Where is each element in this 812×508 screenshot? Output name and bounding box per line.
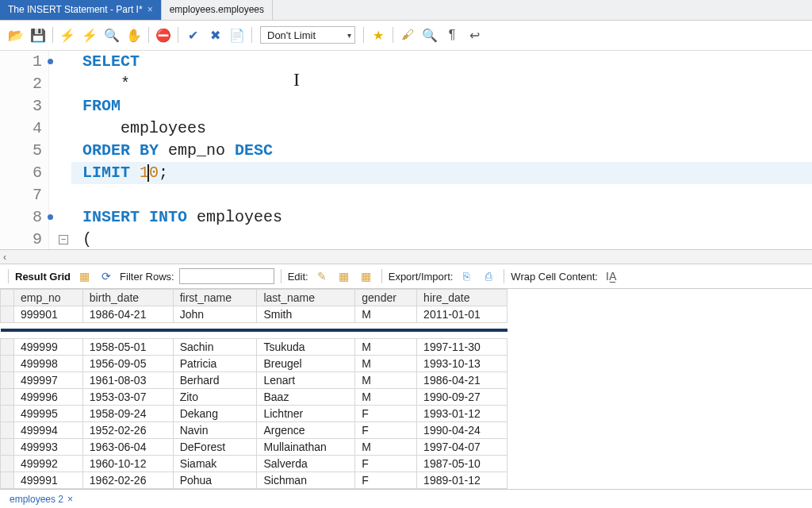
cell[interactable]: 1987-05-10 — [417, 456, 508, 472]
close-icon[interactable]: × — [147, 4, 153, 15]
column-header[interactable]: emp_no — [14, 290, 83, 306]
code-line[interactable]: employees — [82, 117, 812, 140]
code-line[interactable]: * — [82, 73, 812, 95]
cell[interactable]: 1997-11-30 — [417, 339, 508, 356]
row-header[interactable] — [1, 339, 14, 356]
cell[interactable]: F — [355, 422, 417, 439]
cell[interactable]: M — [355, 356, 417, 372]
cell[interactable]: 1953-03-07 — [82, 389, 173, 406]
cell[interactable]: 1956-09-05 — [82, 356, 173, 372]
cell[interactable]: 499994 — [14, 422, 83, 439]
cell[interactable]: F — [355, 472, 417, 489]
export-icon[interactable]: ⎘ — [458, 267, 475, 285]
wrap-icon[interactable]: ↩ — [465, 25, 484, 44]
column-header[interactable]: last_name — [257, 290, 355, 306]
result-tab[interactable]: employees 2 × — [3, 492, 79, 506]
cell[interactable]: 1997-04-07 — [417, 439, 508, 456]
code-line[interactable]: ORDER BY emp_no DESC — [82, 140, 812, 162]
row-header[interactable] — [1, 406, 14, 422]
row-header[interactable] — [1, 356, 14, 372]
beautify-icon[interactable]: 🖌 — [398, 25, 417, 44]
cell[interactable]: 1990-04-24 — [417, 422, 508, 439]
row-limit-select[interactable]: Don't Limit ▾ — [260, 26, 355, 44]
delete-row-icon[interactable]: ▦ — [358, 267, 375, 285]
cell[interactable]: 999901 — [14, 306, 83, 323]
save-file-icon[interactable]: 💾 — [29, 25, 48, 44]
document-tab[interactable]: employees.employees — [162, 0, 273, 20]
toggle-autocommit-icon[interactable]: ⛔ — [154, 25, 173, 44]
table-row[interactable]: 4999961953-03-07ZitoBaazM1990-09-27 — [1, 389, 508, 406]
filter-rows-input[interactable] — [179, 268, 274, 284]
cell[interactable]: M — [355, 389, 417, 406]
cell[interactable]: F — [355, 406, 417, 422]
cell[interactable]: 499999 — [14, 339, 83, 356]
column-header[interactable]: first_name — [173, 290, 257, 306]
document-tab[interactable]: The INSERT Statement - Part I*× — [0, 0, 162, 20]
refresh-icon[interactable]: ⟳ — [98, 267, 115, 285]
cell[interactable]: M — [355, 439, 417, 456]
close-icon[interactable]: × — [67, 494, 73, 505]
table-row[interactable]: 4999921960-10-12SiamakSalverdaF1987-05-1… — [1, 456, 508, 472]
table-row[interactable]: 9999011986-04-21JohnSmithM2011-01-01 — [1, 306, 508, 323]
cell[interactable]: Baaz — [257, 389, 355, 406]
open-file-icon[interactable]: 📂 — [6, 25, 25, 44]
cell[interactable]: John — [173, 306, 257, 323]
table-row[interactable]: 4999991958-05-01SachinTsukudaM1997-11-30 — [1, 339, 508, 356]
row-header[interactable] — [1, 439, 14, 456]
table-row[interactable]: 4999931963-06-04DeForestMullainathanM199… — [1, 439, 508, 456]
table-row[interactable]: 4999951958-09-24DekangLichtnerF1993-01-1… — [1, 406, 508, 422]
cell[interactable]: 1993-10-13 — [417, 356, 508, 372]
cell[interactable]: Berhard — [173, 372, 257, 389]
cell[interactable]: Lichtner — [257, 406, 355, 422]
cell[interactable]: 499993 — [14, 439, 83, 456]
cell[interactable]: Smith — [257, 306, 355, 323]
row-header[interactable] — [1, 389, 14, 406]
code-line[interactable]: ( — [82, 229, 812, 250]
cell[interactable]: Zito — [173, 389, 257, 406]
cell[interactable]: Salverda — [257, 456, 355, 472]
grid-view-icon[interactable]: ▦ — [75, 267, 93, 285]
sql-editor[interactable]: −123456789SELECT *FROM employeesORDER BY… — [0, 51, 812, 250]
cell[interactable]: 1961-08-03 — [82, 372, 173, 389]
find-icon[interactable]: 🔍 — [420, 25, 439, 44]
code-line[interactable]: LIMIT 10; — [82, 162, 812, 184]
cell[interactable]: 1986-04-21 — [82, 306, 173, 323]
cell[interactable]: M — [355, 372, 417, 389]
cell[interactable]: Navin — [173, 422, 257, 439]
row-header[interactable] — [1, 456, 14, 472]
wrap-cell-icon[interactable]: IA̲ — [603, 267, 620, 285]
table-row[interactable]: 4999971961-08-03BerhardLenartM1986-04-21 — [1, 372, 508, 389]
toggle-limit-icon[interactable]: 📄 — [228, 25, 247, 44]
stop-icon[interactable]: ✋ — [124, 25, 144, 44]
row-header[interactable] — [1, 372, 14, 389]
cell[interactable]: 499992 — [14, 456, 83, 472]
cell[interactable]: Argence — [257, 422, 355, 439]
cell[interactable]: 499995 — [14, 406, 83, 422]
column-header[interactable]: birth_date — [82, 290, 173, 306]
horizontal-scrollbar[interactable]: ‹ — [0, 249, 812, 264]
import-icon[interactable]: ⎙ — [480, 267, 497, 285]
column-header[interactable]: hire_date — [417, 290, 508, 306]
cell[interactable]: 2011-01-01 — [417, 306, 508, 323]
row-header[interactable] — [1, 422, 14, 439]
add-row-icon[interactable]: ▦ — [335, 267, 353, 285]
cell[interactable]: 499997 — [14, 372, 83, 389]
cell[interactable]: Breugel — [257, 356, 355, 372]
cell[interactable]: DeForest — [173, 439, 257, 456]
cell[interactable]: 1963-06-04 — [82, 439, 173, 456]
rollback-icon[interactable]: ✖ — [205, 25, 224, 44]
cell[interactable]: 1958-05-01 — [82, 339, 173, 356]
cell[interactable]: 1958-09-24 — [82, 406, 173, 422]
cell[interactable]: 1962-02-26 — [82, 472, 173, 489]
cell[interactable]: 499991 — [14, 472, 83, 489]
execute-icon[interactable]: ⚡ — [58, 25, 77, 44]
cell[interactable]: Pohua — [173, 472, 257, 489]
cell[interactable]: 1989-01-12 — [417, 472, 508, 489]
table-row[interactable]: 4999981956-09-05PatriciaBreugelM1993-10-… — [1, 356, 508, 372]
cell[interactable]: Siamak — [173, 456, 257, 472]
commit-icon[interactable]: ✔ — [183, 25, 202, 44]
column-header[interactable]: gender — [355, 290, 417, 306]
cell[interactable]: Tsukuda — [257, 339, 355, 356]
code-line[interactable] — [82, 184, 812, 206]
cell[interactable]: 1993-01-12 — [417, 406, 508, 422]
